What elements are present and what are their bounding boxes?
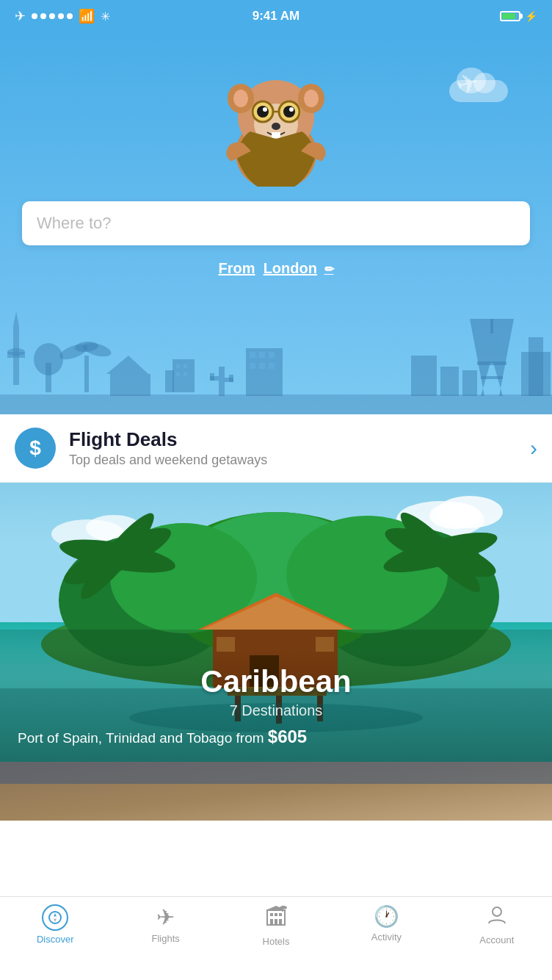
edit-icon: ✏ bbox=[324, 262, 334, 276]
svg-point-13 bbox=[283, 106, 295, 118]
svg-point-16 bbox=[272, 123, 280, 130]
nav-flights[interactable]: ✈ Flights bbox=[110, 904, 220, 944]
svg-rect-48 bbox=[250, 363, 255, 369]
discover-icon bbox=[42, 904, 68, 931]
status-right: ⚡ bbox=[500, 10, 537, 22]
svg-rect-41 bbox=[210, 373, 214, 381]
destinations-count: 7 Destinations bbox=[15, 702, 537, 719]
search-bar[interactable]: Where to? bbox=[22, 201, 530, 245]
card-background: Caribbean 7 Destinations Port of Spain, … bbox=[0, 483, 552, 762]
svg-marker-22 bbox=[13, 311, 19, 326]
signal-dots bbox=[32, 13, 73, 19]
nav-hotels[interactable]: Hotels bbox=[221, 904, 331, 947]
wifi-icon: 📶 bbox=[79, 8, 95, 24]
svg-point-26 bbox=[34, 343, 63, 375]
dollar-icon: $ bbox=[15, 428, 56, 469]
svg-rect-101 bbox=[275, 913, 277, 916]
svg-rect-95 bbox=[0, 762, 552, 784]
hotels-icon bbox=[264, 904, 288, 933]
svg-rect-37 bbox=[176, 372, 180, 376]
svg-rect-35 bbox=[176, 364, 180, 368]
hero-section: ✈ bbox=[0, 32, 552, 414]
activity-icon: 🕐 bbox=[374, 904, 399, 929]
search-placeholder: Where to? bbox=[37, 214, 112, 233]
account-label: Account bbox=[479, 934, 514, 945]
flight-deals-text: Flight Deals Top deals and weekend getaw… bbox=[69, 428, 530, 468]
bottom-navigation: Discover ✈ Flights Hotels bbox=[0, 896, 552, 980]
svg-point-110 bbox=[493, 907, 501, 916]
activity-label: Activity bbox=[371, 932, 402, 943]
chevron-right-icon: › bbox=[530, 436, 537, 461]
svg-rect-31 bbox=[110, 374, 150, 396]
svg-rect-43 bbox=[229, 375, 233, 382]
charging-icon: ⚡ bbox=[525, 10, 537, 22]
city-label: London bbox=[264, 260, 317, 276]
flight-deals-title: Flight Deals bbox=[69, 428, 530, 451]
svg-rect-18 bbox=[275, 132, 280, 138]
svg-rect-38 bbox=[184, 372, 187, 376]
cloud-decoration bbox=[446, 73, 512, 102]
price-text: Port of Spain, Trinidad and Tobago from bbox=[18, 730, 264, 746]
status-bar: ✈ 📶 ✳ 9:41 AM ⚡ bbox=[0, 0, 552, 32]
svg-rect-55 bbox=[411, 356, 437, 396]
nav-discover[interactable]: Discover bbox=[0, 904, 110, 945]
svg-rect-54 bbox=[490, 319, 493, 334]
mascot bbox=[210, 47, 342, 187]
svg-point-24 bbox=[7, 348, 25, 356]
caribbean-card[interactable]: Caribbean 7 Destinations Port of Spain, … bbox=[0, 483, 552, 762]
svg-rect-56 bbox=[440, 367, 459, 396]
status-left: ✈ 📶 ✳ bbox=[15, 8, 110, 24]
svg-point-12 bbox=[257, 106, 269, 118]
nav-activity[interactable]: 🕐 Activity bbox=[331, 904, 441, 943]
svg-rect-104 bbox=[275, 919, 277, 925]
svg-rect-47 bbox=[269, 352, 275, 358]
svg-marker-32 bbox=[106, 356, 148, 374]
second-card-peek[interactable] bbox=[0, 762, 552, 821]
from-location[interactable]: From London ✏ bbox=[219, 260, 334, 277]
hotels-label: Hotels bbox=[263, 936, 290, 947]
discover-label: Discover bbox=[37, 934, 74, 945]
svg-rect-46 bbox=[259, 352, 265, 358]
svg-point-14 bbox=[263, 107, 267, 112]
from-text: From bbox=[219, 260, 255, 276]
flights-icon: ✈ bbox=[156, 904, 175, 930]
svg-point-4 bbox=[233, 90, 248, 107]
svg-rect-36 bbox=[184, 364, 187, 368]
svg-rect-100 bbox=[270, 913, 273, 916]
svg-rect-49 bbox=[259, 363, 265, 369]
svg-rect-102 bbox=[279, 913, 282, 916]
cityscape-decoration bbox=[0, 297, 552, 414]
status-time: 9:41 AM bbox=[253, 9, 300, 24]
svg-point-15 bbox=[289, 107, 294, 112]
nav-account[interactable]: Account bbox=[442, 904, 552, 945]
airplane-status-icon: ✈ bbox=[15, 8, 26, 24]
price-tag: Port of Spain, Trinidad and Tobago from … bbox=[15, 727, 537, 747]
svg-rect-103 bbox=[270, 919, 273, 925]
svg-point-5 bbox=[304, 90, 319, 107]
svg-marker-98 bbox=[54, 918, 57, 922]
price-amount: $605 bbox=[268, 727, 307, 746]
svg-rect-52 bbox=[477, 361, 506, 365]
svg-rect-59 bbox=[529, 337, 543, 396]
svg-rect-34 bbox=[165, 370, 174, 392]
destination-name: Caribbean bbox=[15, 664, 537, 699]
svg-rect-50 bbox=[269, 363, 275, 369]
flight-deals-subtitle: Top deals and weekend getaways bbox=[69, 453, 530, 468]
svg-point-64 bbox=[429, 502, 481, 529]
svg-rect-105 bbox=[279, 919, 282, 925]
battery-indicator bbox=[500, 11, 520, 21]
svg-rect-60 bbox=[0, 394, 552, 414]
flights-label: Flights bbox=[151, 933, 179, 944]
svg-rect-27 bbox=[84, 356, 89, 392]
svg-rect-45 bbox=[250, 352, 255, 358]
flight-deals-section[interactable]: $ Flight Deals Top deals and weekend get… bbox=[0, 414, 552, 483]
svg-rect-53 bbox=[481, 376, 503, 379]
svg-marker-97 bbox=[54, 913, 57, 917]
svg-rect-57 bbox=[462, 370, 477, 396]
card-text-overlay: Caribbean 7 Destinations Port of Spain, … bbox=[0, 649, 552, 762]
account-icon bbox=[486, 904, 508, 932]
svg-rect-39 bbox=[219, 367, 225, 396]
loading-icon: ✳ bbox=[101, 10, 110, 24]
